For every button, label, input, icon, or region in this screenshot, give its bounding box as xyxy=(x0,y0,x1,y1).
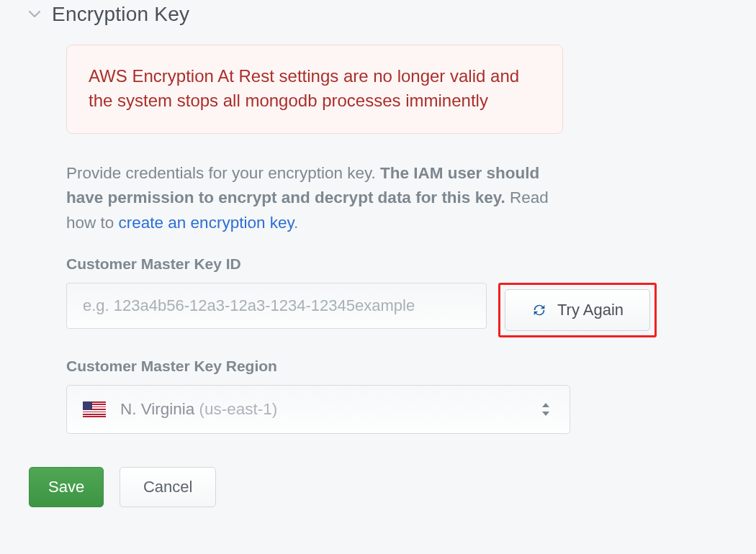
refresh-icon xyxy=(531,302,547,318)
select-caret-icon xyxy=(541,401,551,417)
cmk-region-select[interactable]: N. Virginia (us-east-1) xyxy=(66,385,570,434)
save-label: Save xyxy=(48,478,84,496)
region-name: N. Virginia xyxy=(120,400,194,419)
cancel-label: Cancel xyxy=(143,478,192,496)
try-again-button[interactable]: Try Again xyxy=(505,289,650,331)
region-code: (us-east-1) xyxy=(199,400,277,419)
try-again-label: Try Again xyxy=(557,301,624,319)
create-encryption-key-link[interactable]: create an encryption key xyxy=(119,214,294,232)
chevron-down-icon[interactable] xyxy=(29,11,40,18)
us-flag-icon xyxy=(83,401,106,417)
cancel-button[interactable]: Cancel xyxy=(120,467,216,507)
try-again-highlight: Try Again xyxy=(498,283,657,337)
help-period: . xyxy=(294,214,298,232)
cmk-id-input[interactable] xyxy=(66,283,487,329)
cmk-region-label: Customer Master Key Region xyxy=(66,358,657,375)
error-alert-text: AWS Encryption At Rest settings are no l… xyxy=(89,66,519,110)
error-alert: AWS Encryption At Rest settings are no l… xyxy=(66,45,563,134)
save-button[interactable]: Save xyxy=(29,467,104,507)
help-text: Provide credentials for your encryption … xyxy=(66,161,577,235)
help-lead: Provide credentials for your encryption … xyxy=(66,164,380,182)
cmk-id-label: Customer Master Key ID xyxy=(66,255,657,273)
section-title: Encryption Key xyxy=(52,3,189,26)
